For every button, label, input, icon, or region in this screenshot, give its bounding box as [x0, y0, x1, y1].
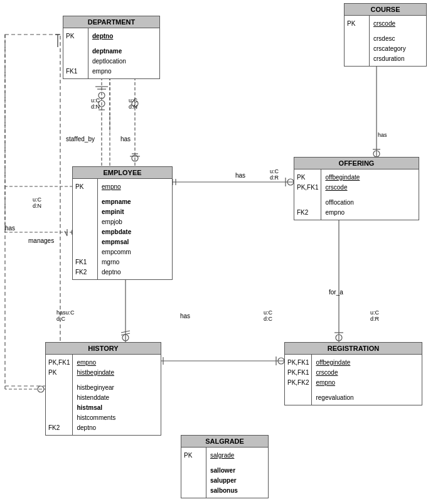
- offering-field-offlocation: offlocation: [325, 199, 353, 206]
- reg-field-regevaluation: regevaluation: [316, 394, 353, 401]
- history-keys: PK,FK1 PK FK2: [46, 355, 73, 435]
- dept-field-deptno: deptno: [92, 33, 113, 40]
- uc-dr-offering-label: u:C d:R: [270, 168, 279, 181]
- department-header: DEPARTMENT: [63, 16, 159, 28]
- emp-field-mgrno: mgrno: [102, 259, 119, 265]
- course-entity: COURSE PK crscode crsdesc crscategory cr…: [344, 3, 427, 67]
- svg-line-43: [121, 333, 130, 335]
- uc-dn-dept-label: u:C d:N: [91, 97, 100, 110]
- department-keys: PK FK1: [63, 28, 88, 78]
- offering-header: OFFERING: [294, 158, 419, 169]
- salgrade-pk-label: PK: [184, 452, 192, 459]
- reg-field-empno: empno: [316, 379, 335, 386]
- employee-fields: empno empname empinit empjob empbdate em…: [98, 179, 135, 279]
- offering-pk-label: PK: [297, 174, 305, 181]
- emp-fk2-label: FK2: [75, 269, 87, 276]
- emp-pk-label: PK: [75, 183, 83, 190]
- course-fields: crscode crsdesc crscategory crsduration: [370, 16, 410, 66]
- svg-point-12: [132, 155, 138, 161]
- dept-field-empno: empno: [92, 68, 112, 75]
- history-field-histcomments: histcomments: [77, 414, 115, 421]
- uc-dn-left-label: u:C d:N: [33, 196, 41, 209]
- has-course-offering-label: has: [378, 132, 387, 138]
- salgrade-field-sallower: sallower: [210, 467, 235, 474]
- svg-line-42: [121, 331, 130, 333]
- offering-fields: offbegindate crscode offlocation empno: [321, 169, 363, 220]
- registration-entity: REGISTRATION PK,FK1 PK,FK1 PK,FK2 offbeg…: [284, 342, 422, 405]
- salgrade-field-salupper: salupper: [210, 477, 237, 484]
- uc-dr-reg-label: u:C d:R: [370, 309, 379, 322]
- dept-field-deptname: deptname: [92, 48, 122, 55]
- svg-rect-0: [5, 35, 60, 386]
- dept-field-deptlocation: deptlocation: [92, 58, 126, 65]
- staffed-by-label: staffed_by: [66, 136, 95, 142]
- course-field-crscategory: crscategory: [373, 45, 406, 52]
- offering-fk2-label: FK2: [297, 209, 308, 216]
- emp-field-empbdate: empbdate: [102, 228, 131, 235]
- er-diagram: DEPARTMENT PK FK1 deptno deptname deptlo…: [0, 0, 433, 504]
- history-field-histbeginyear: histbeginyear: [77, 384, 114, 391]
- svg-point-49: [278, 358, 284, 364]
- emp-field-empmsal: empmsal: [102, 239, 129, 245]
- history-field-histmsal: histmsal: [77, 404, 102, 411]
- history-header: HISTORY: [46, 343, 161, 355]
- salgrade-field-salgrade: salgrade: [210, 452, 234, 459]
- history-field-histbegindate: histbegindate: [77, 369, 114, 376]
- has-emp-offering-label: has: [235, 172, 245, 179]
- emp-field-empcomm: empcomm: [102, 249, 131, 255]
- svg-point-53: [38, 386, 44, 392]
- offering-field-crscode: crscode: [325, 184, 347, 191]
- course-field-crscode: crscode: [373, 20, 395, 27]
- salgrade-fields: salgrade sallower salupper salbonus: [206, 448, 242, 498]
- offering-field-offbegindate: offbegindate: [325, 174, 360, 181]
- course-keys: PK: [345, 16, 370, 66]
- uc-dc-history-label: u:C d:C: [264, 309, 272, 322]
- has-left-label: has: [5, 225, 15, 232]
- hasu-c-dc-label: hasu:C d:C: [56, 309, 75, 322]
- department-entity: DEPARTMENT PK FK1 deptno deptname deptlo…: [63, 16, 160, 79]
- offering-entity: OFFERING PK PK,FK1 FK2 offbegindate crsc…: [294, 157, 419, 220]
- has-emp-history-label: has: [180, 313, 190, 319]
- history-field-empno: empno: [77, 359, 96, 366]
- registration-header: REGISTRATION: [285, 343, 422, 355]
- registration-keys: PK,FK1 PK,FK1 PK,FK2: [285, 355, 312, 405]
- reg-pkfk2-label: PK,FK2: [287, 379, 309, 386]
- reg-pkfk1b-label: PK,FK1: [287, 369, 309, 376]
- salgrade-field-salbonus: salbonus: [210, 487, 238, 494]
- history-pkfk1-label: PK,FK1: [48, 359, 70, 366]
- svg-line-20: [65, 231, 67, 236]
- emp-field-empname: empname: [102, 198, 131, 205]
- emp-field-empinit: empinit: [102, 208, 124, 215]
- salgrade-entity: SALGRADE PK salgrade sallower salupper s…: [181, 435, 269, 498]
- reg-field-crscode: crscode: [316, 369, 338, 376]
- salgrade-header: SALGRADE: [181, 436, 268, 448]
- dept-pk-label: PK: [66, 33, 74, 40]
- emp-fk1-label: FK1: [75, 259, 87, 265]
- employee-header: EMPLOYEE: [73, 167, 172, 179]
- reg-field-offbegindate: offbegindate: [316, 359, 350, 366]
- uc-dept-label: u:C d:N: [129, 97, 137, 110]
- svg-point-36: [336, 335, 342, 341]
- employee-entity: EMPLOYEE PK FK1 FK2 empno empname empini…: [72, 166, 173, 280]
- salgrade-keys: PK: [181, 448, 206, 498]
- history-fk2-label: FK2: [48, 424, 60, 431]
- history-fields: empno histbegindate histbeginyear histen…: [73, 355, 119, 435]
- course-pk-label: PK: [347, 20, 355, 27]
- manages-label: manages: [28, 237, 54, 244]
- emp-field-empjob: empjob: [102, 218, 122, 225]
- employee-keys: PK FK1 FK2: [73, 179, 98, 279]
- reg-pkfk1a-label: PK,FK1: [287, 359, 309, 366]
- registration-fields: offbegindate crscode empno regevaluation: [312, 355, 357, 405]
- offering-pkfk1-label: PK,FK1: [297, 184, 318, 191]
- offering-keys: PK PK,FK1 FK2: [294, 169, 321, 220]
- history-entity: HISTORY PK,FK1 PK FK2 empno histbegindat…: [45, 342, 161, 436]
- emp-field-deptno: deptno: [102, 269, 121, 276]
- department-fields: deptno deptname deptlocation empno: [88, 28, 130, 78]
- course-field-crsdesc: crsdesc: [373, 35, 395, 42]
- svg-point-26: [287, 179, 294, 185]
- dept-fk1-label: FK1: [66, 68, 77, 75]
- emp-field-empno: empno: [102, 183, 121, 190]
- svg-point-31: [373, 151, 380, 157]
- offering-field-empno: empno: [325, 209, 345, 216]
- history-field-histenddate: histenddate: [77, 394, 109, 401]
